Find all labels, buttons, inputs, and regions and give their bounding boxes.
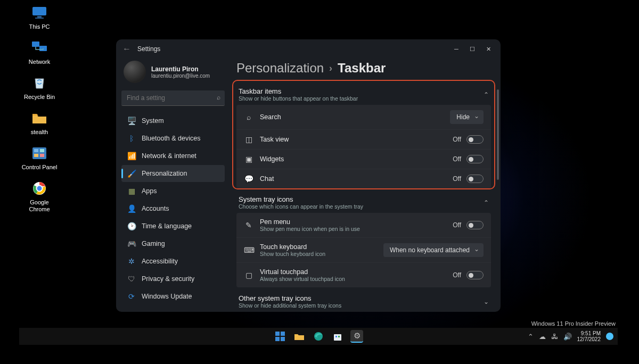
network-tray-icon[interactable]: 🖧 <box>551 333 558 341</box>
taskbar-clock[interactable]: 9:51 PM 12/7/2022 <box>577 330 601 342</box>
explorer-button[interactable] <box>293 330 306 343</box>
folder-icon <box>31 110 48 127</box>
toggle-state: Off <box>453 221 461 229</box>
nav-label: Personalization <box>142 170 187 177</box>
group-card-taskbar-items: ⌕SearchHide◫Task viewOff▣WidgetsOff💬Chat… <box>236 105 491 188</box>
row-icon: 💬 <box>244 175 253 183</box>
row-icon: ▣ <box>244 155 253 163</box>
nav-icon: 🖥️ <box>127 116 136 126</box>
nav-label: Time & language <box>142 222 192 230</box>
toggle-switch[interactable] <box>466 175 484 183</box>
toggle-switch[interactable] <box>466 221 484 229</box>
system-tray: ⌃ ☁ 🖧 🔊 9:51 PM 12/7/2022 <box>528 330 614 342</box>
row-icon: ✎ <box>244 221 253 229</box>
desktop-icon-chrome[interactable]: Google Chrome <box>20 180 59 212</box>
desktop-icon-this-pc[interactable]: This PC <box>20 4 59 30</box>
svg-rect-14 <box>281 332 285 336</box>
svg-rect-2 <box>35 18 44 19</box>
minimize-button[interactable]: ─ <box>448 42 464 56</box>
setting-row-touch-keyboard: ⌨Touch keyboardShow touch keyboard iconW… <box>236 237 491 262</box>
nav-label: Accounts <box>142 205 169 212</box>
window-title: Settings <box>137 45 160 53</box>
breadcrumb-parent[interactable]: Personalization <box>236 61 324 76</box>
nav-item-accounts[interactable]: 👤Accounts <box>121 200 225 217</box>
nav-item-windows-update[interactable]: ⟳Windows Update <box>121 288 225 305</box>
gear-icon: ⚙ <box>354 331 361 341</box>
dropdown[interactable]: Hide <box>450 110 484 124</box>
toggle-state: Off <box>453 155 461 163</box>
taskbar-center: ⚙ <box>274 330 363 343</box>
monitor-icon <box>31 4 48 21</box>
nav-item-gaming[interactable]: 🎮Gaming <box>121 235 225 252</box>
nav-icon: ⟳ <box>127 292 136 301</box>
nav-label: Network & internet <box>142 152 196 160</box>
group-header-system-tray-icons[interactable]: System tray iconsChoose which icons can … <box>236 190 491 213</box>
volume-icon[interactable]: 🔊 <box>563 333 572 341</box>
onedrive-icon[interactable]: ☁ <box>539 333 546 341</box>
group-header-other-tray-icons[interactable]: Other system tray iconsShow or hide addi… <box>236 289 491 312</box>
toggle-switch[interactable] <box>466 271 484 279</box>
nav-item-apps[interactable]: ▦Apps <box>121 183 225 200</box>
nav-item-personalization[interactable]: 🖌️Personalization <box>121 165 225 182</box>
start-button[interactable] <box>274 330 286 343</box>
back-button[interactable]: ← <box>120 44 133 54</box>
profile-block[interactable]: Laurentiu Piron laurentiu.piron@live.com <box>121 59 225 90</box>
setting-row-pen-menu: ✎Pen menuShow pen menu icon when pen is … <box>236 213 491 237</box>
group-header-taskbar-items[interactable]: Taskbar itemsShow or hide buttons that a… <box>236 82 491 105</box>
desktop-icon-network[interactable]: Network <box>20 39 59 65</box>
svg-rect-19 <box>335 336 337 337</box>
settings-taskbar-button[interactable]: ⚙ <box>350 330 363 343</box>
row-icon: ⌕ <box>244 113 253 121</box>
recycle-icon <box>31 75 48 92</box>
nav-icon: ✲ <box>127 257 136 266</box>
avatar <box>124 61 146 83</box>
setting-row-search: ⌕SearchHide <box>236 105 491 129</box>
setting-row-task-view: ◫Task viewOff <box>236 129 491 149</box>
nav-icon: 🛡 <box>127 274 136 284</box>
nav-label: Gaming <box>142 240 165 247</box>
edge-button[interactable] <box>312 330 325 343</box>
svg-rect-1 <box>37 16 42 18</box>
breadcrumb: Personalization › Taskbar <box>236 59 491 82</box>
svg-rect-3 <box>32 42 39 47</box>
close-button[interactable]: ✕ <box>480 42 496 56</box>
scrollbar[interactable] <box>497 89 499 180</box>
breadcrumb-current: Taskbar <box>338 61 386 76</box>
maximize-button[interactable]: ☐ <box>464 42 480 56</box>
svg-rect-8 <box>34 154 38 157</box>
toggle-state: Off <box>453 271 461 279</box>
nav-item-bluetooth-devices[interactable]: ᛒBluetooth & devices <box>121 130 225 147</box>
titlebar[interactable]: ← Settings ─ ☐ ✕ <box>116 39 501 59</box>
profile-email: laurentiu.piron@live.com <box>151 73 210 79</box>
desktop-icon-stealth[interactable]: stealth <box>20 110 59 135</box>
toggle-switch[interactable] <box>466 155 484 163</box>
setting-row-chat: 💬ChatOff <box>236 169 491 188</box>
nav-icon: 🎮 <box>127 239 136 249</box>
tray-overflow-chevron-icon[interactable]: ⌃ <box>528 333 534 341</box>
notification-badge[interactable] <box>606 333 613 340</box>
toggle-switch[interactable] <box>466 135 484 144</box>
svg-rect-7 <box>40 149 44 152</box>
nav-item-system[interactable]: 🖥️System <box>121 112 225 129</box>
svg-rect-15 <box>275 337 280 341</box>
nav-label: System <box>142 117 164 125</box>
nav-label: Windows Update <box>142 293 192 300</box>
store-button[interactable] <box>331 330 344 343</box>
nav-icon: ▦ <box>127 186 136 196</box>
nav-item-accessibility[interactable]: ✲Accessibility <box>121 253 225 270</box>
dropdown[interactable]: When no keyboard attached <box>383 243 484 257</box>
desktop-icon-control-panel[interactable]: Control Panel <box>20 145 59 170</box>
taskbar: ⚙ ⌃ ☁ 🖧 🔊 9:51 PM 12/7/2022 <box>19 328 618 345</box>
svg-rect-9 <box>40 154 44 157</box>
svg-rect-16 <box>281 337 285 341</box>
nav-list: 🖥️SystemᛒBluetooth & devices📶Network & i… <box>121 112 225 305</box>
nav-item-time-language[interactable]: 🕑Time & language <box>121 218 225 235</box>
nav-item-privacy-security[interactable]: 🛡Privacy & security <box>121 270 225 287</box>
desktop-icon-recycle-bin[interactable]: Recycle Bin <box>20 75 59 100</box>
row-icon: ◫ <box>244 135 253 144</box>
chevron-down-icon: ⌄ <box>484 298 489 305</box>
nav-item-network-internet[interactable]: 📶Network & internet <box>121 147 225 164</box>
nav-icon: 📶 <box>127 151 136 161</box>
nav-label: Accessibility <box>142 258 178 265</box>
search-input[interactable] <box>121 90 225 106</box>
